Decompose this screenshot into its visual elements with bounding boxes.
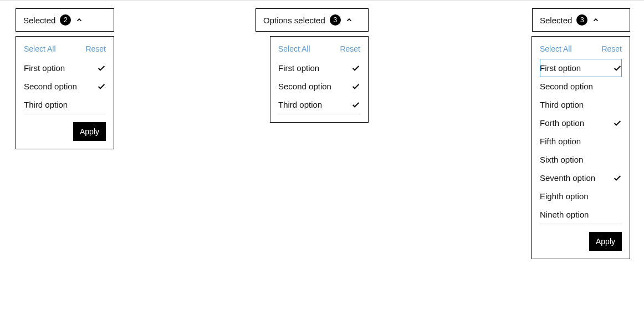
- reset-link[interactable]: Reset: [601, 44, 622, 53]
- dropdown-1-footer: Apply: [24, 122, 106, 141]
- dropdown-1-count-badge: 2: [60, 14, 71, 26]
- dropdown-1-options: First optionSecond optionThird option: [24, 59, 106, 114]
- reset-link[interactable]: Reset: [340, 44, 360, 53]
- option-item[interactable]: Second option: [24, 77, 106, 95]
- dropdown-2-toggle[interactable]: Options selected 3: [255, 8, 369, 32]
- option-item[interactable]: First option: [24, 59, 106, 77]
- option-label: Seventh option: [540, 173, 595, 183]
- dropdown-3-footer: Apply: [540, 232, 622, 251]
- select-all-link[interactable]: Select All: [278, 44, 310, 53]
- option-label: Fifth option: [540, 137, 581, 146]
- dropdown-3-toggle[interactable]: Selected 3: [532, 8, 630, 32]
- option-item[interactable]: Second option: [278, 77, 360, 95]
- option-item[interactable]: Third option: [24, 95, 106, 114]
- option-item[interactable]: First option: [540, 59, 622, 77]
- option-item[interactable]: Eighth option: [540, 187, 622, 205]
- dropdown-2-label: Options selected: [263, 16, 325, 25]
- option-item[interactable]: Forth option: [540, 114, 622, 132]
- option-item[interactable]: Third option: [278, 95, 360, 114]
- option-item[interactable]: Seventh option: [540, 169, 622, 187]
- dropdown-3-actions: Select All Reset: [540, 44, 622, 53]
- check-icon: [351, 82, 360, 91]
- select-all-link[interactable]: Select All: [24, 44, 56, 53]
- option-item[interactable]: First option: [278, 59, 360, 77]
- check-icon: [613, 64, 622, 73]
- check-icon: [613, 119, 622, 128]
- dropdown-2-panel: Select All Reset First optionSecond opti…: [270, 36, 369, 123]
- chevron-up-icon: [75, 16, 83, 24]
- dropdown-3-options: First optionSecond optionThird optionFor…: [540, 59, 622, 224]
- option-label: First option: [540, 63, 581, 73]
- option-label: Third option: [278, 100, 322, 109]
- apply-button[interactable]: Apply: [73, 122, 106, 141]
- dropdown-1-panel: Select All Reset First optionSecond opti…: [16, 36, 114, 149]
- check-icon: [97, 82, 106, 91]
- dropdown-1: Selected 2 Select All Reset First option…: [16, 8, 114, 149]
- option-label: First option: [278, 63, 319, 73]
- dropdown-3: Selected 3 Select All Reset First option…: [532, 8, 630, 259]
- option-item[interactable]: Second option: [540, 77, 622, 95]
- dropdown-3-count-badge: 3: [576, 14, 587, 26]
- option-label: Sixth option: [540, 155, 583, 164]
- option-label: Third option: [540, 100, 584, 109]
- dropdown-2-options: First optionSecond optionThird option: [278, 59, 360, 114]
- option-label: Forth option: [540, 118, 584, 128]
- option-label: Second option: [540, 82, 593, 91]
- option-label: Third option: [24, 100, 68, 109]
- chevron-up-icon: [345, 16, 353, 24]
- option-label: First option: [24, 63, 65, 73]
- check-icon: [613, 174, 622, 183]
- option-label: Nineth option: [540, 210, 589, 219]
- check-icon: [351, 100, 360, 109]
- check-icon: [97, 64, 106, 73]
- dropdown-2: Options selected 3 Select All Reset Firs…: [255, 8, 369, 123]
- dropdown-2-actions: Select All Reset: [278, 44, 360, 53]
- option-item[interactable]: Third option: [540, 95, 622, 114]
- select-all-link[interactable]: Select All: [540, 44, 572, 53]
- option-item[interactable]: Nineth option: [540, 205, 622, 224]
- dropdown-1-actions: Select All Reset: [24, 44, 106, 53]
- dropdown-1-label: Selected: [23, 16, 55, 25]
- dropdown-3-label: Selected: [540, 16, 572, 25]
- reset-link[interactable]: Reset: [85, 44, 106, 53]
- apply-button[interactable]: Apply: [589, 232, 622, 251]
- option-label: Eighth option: [540, 191, 589, 201]
- dropdown-1-toggle[interactable]: Selected 2: [16, 8, 114, 32]
- option-label: Second option: [278, 82, 331, 91]
- option-label: Second option: [24, 82, 77, 91]
- option-item[interactable]: Sixth option: [540, 150, 622, 169]
- dropdown-3-panel: Select All Reset First optionSecond opti…: [531, 36, 630, 259]
- dropdown-2-count-badge: 3: [330, 14, 341, 26]
- option-item[interactable]: Fifth option: [540, 132, 622, 150]
- check-icon: [351, 64, 360, 73]
- chevron-up-icon: [592, 16, 600, 24]
